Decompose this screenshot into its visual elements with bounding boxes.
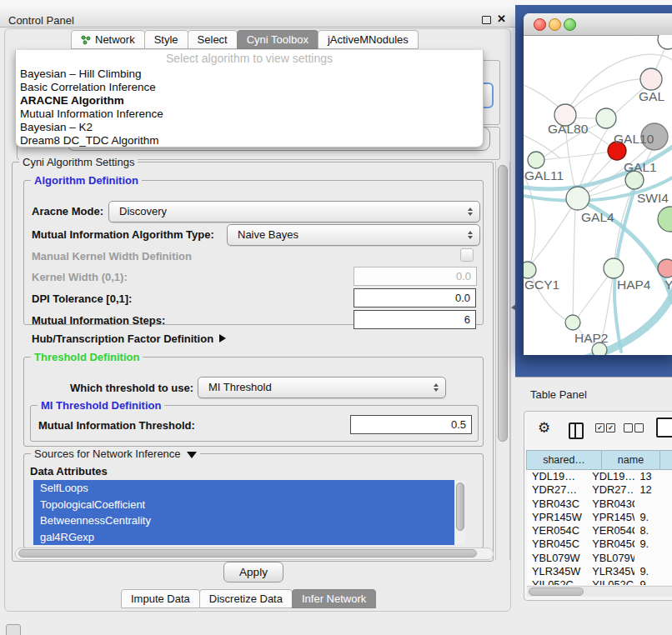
node-pink-right[interactable] bbox=[658, 259, 672, 278]
which-threshold-combo[interactable]: MI Threshold bbox=[198, 377, 446, 398]
attribute-item[interactable]: BetweennessCentrality bbox=[33, 512, 454, 529]
unchecked-checkbox-icon[interactable] bbox=[634, 423, 644, 432]
dropdown-item-list: Bayesian – Hill ClimbingBasic Correlatio… bbox=[16, 68, 483, 147]
table-cell: YBL079W bbox=[587, 552, 634, 565]
checked-checkbox-icon[interactable]: ✓ bbox=[595, 423, 604, 432]
mi-steps-field[interactable]: 6 bbox=[354, 310, 476, 329]
dropdown-item[interactable]: Bayesian – Hill Climbing bbox=[16, 68, 483, 81]
node-GAL10[interactable] bbox=[596, 108, 616, 128]
table-row[interactable]: YER054CYER054C8. bbox=[527, 524, 672, 538]
node-label: GAL4 bbox=[581, 210, 614, 224]
column-header[interactable]: shared… bbox=[526, 450, 602, 470]
column-header[interactable]: A bbox=[659, 450, 672, 470]
node-HAP4[interactable] bbox=[604, 258, 624, 278]
network-edge-thick bbox=[574, 288, 672, 355]
sources-legend[interactable]: Sources for Network Inference bbox=[31, 448, 200, 460]
node-gal-pink[interactable] bbox=[640, 68, 662, 90]
table-row[interactable]: YPR145WYPR145W9. bbox=[527, 511, 672, 524]
dropdown-item[interactable]: Dream8 DC_TDC Algorithm bbox=[16, 134, 483, 148]
tab-cyni-toolbox[interactable]: Cyni Toolbox bbox=[237, 30, 318, 49]
table-cell: YER054C bbox=[587, 524, 634, 538]
mi-type-label: Mutual Information Algorithm Type: bbox=[32, 228, 214, 241]
mi-threshold-label: Mutual Information Threshold: bbox=[38, 419, 195, 432]
table-row[interactable]: YBR045CYBR045C9. bbox=[527, 538, 672, 551]
table-row[interactable]: YDR27…YDR27…12 bbox=[527, 483, 672, 497]
table-row[interactable]: YDL19…YDL19…13 bbox=[527, 470, 672, 483]
close-icon[interactable]: ✕ bbox=[497, 12, 506, 25]
settings-horizontal-scrollbar[interactable] bbox=[15, 548, 494, 560]
apply-button[interactable]: Apply bbox=[223, 562, 283, 582]
table-row[interactable]: YLR345WYLR345W9. bbox=[527, 565, 672, 578]
horizontal-scrollbar-thumb[interactable] bbox=[18, 549, 477, 558]
dropdown-item[interactable]: Bayesian – K2 bbox=[16, 121, 483, 134]
zoom-traffic-light[interactable] bbox=[564, 18, 576, 31]
table-panel-region: Table Panel ⚙ ✓ ✓ shared…nameA YDL19…YDL… bbox=[515, 377, 672, 635]
tab-infer-network[interactable]: Infer Network bbox=[292, 589, 376, 608]
columns-icon[interactable] bbox=[569, 422, 584, 439]
mi-type-combo[interactable]: Naive Bayes bbox=[227, 224, 480, 246]
table-horizontal-scrollbar[interactable] bbox=[527, 586, 672, 597]
manual-kernel-checkbox[interactable] bbox=[460, 248, 474, 262]
dpi-tolerance-label: DPI Tolerance [0,1]: bbox=[32, 292, 132, 305]
manual-kernel-label: Manual Kernel Width Definition bbox=[32, 250, 192, 262]
collapsed-panel-icon[interactable] bbox=[6, 624, 21, 635]
attribute-item[interactable]: gal4RGexp bbox=[33, 529, 454, 546]
tab-label: Discretize Data bbox=[209, 592, 283, 605]
hub-definition-expander[interactable]: Hub/Transcription Factor Definition bbox=[32, 332, 226, 345]
dropdown-item[interactable]: Basic Correlation Inference bbox=[16, 81, 483, 94]
node-label: HAP2 bbox=[574, 331, 609, 345]
mi-threshold-field[interactable]: 0.5 bbox=[350, 415, 472, 434]
mi-type-value: Naive Bayes bbox=[238, 228, 298, 241]
table-row[interactable]: YBL079WYBL079W bbox=[527, 552, 672, 565]
gear-icon[interactable]: ⚙ bbox=[538, 419, 550, 437]
attribute-item[interactable]: SelfLoops bbox=[33, 480, 454, 497]
tab-select[interactable]: Select bbox=[188, 30, 238, 49]
settings-scrollbar-thumb[interactable] bbox=[498, 165, 508, 442]
control-panel-titlebar: Control Panel ✕ bbox=[0, 5, 515, 28]
close-traffic-light[interactable] bbox=[534, 18, 546, 31]
node-GAL11[interactable] bbox=[528, 152, 544, 168]
tab-network[interactable]: Network bbox=[71, 30, 145, 49]
dpi-tolerance-field[interactable]: 0.0 bbox=[354, 288, 476, 308]
dropdown-item[interactable]: ARACNE Algorithm bbox=[16, 94, 483, 108]
table-row[interactable]: YIL052CYIL052C9 bbox=[527, 578, 672, 585]
tab-style[interactable]: Style bbox=[144, 30, 188, 49]
table-cell: YDL19… bbox=[527, 470, 587, 483]
attribute-item[interactable]: TopologicalCoefficient bbox=[33, 497, 454, 513]
network-edge bbox=[573, 208, 575, 318]
tab-jactivemnodules[interactable]: jActiveMNodules bbox=[318, 30, 419, 49]
node-GCY1[interactable] bbox=[524, 262, 536, 278]
float-window-icon[interactable] bbox=[482, 16, 491, 24]
checked-checkbox-icon[interactable]: ✓ bbox=[606, 423, 615, 432]
table-cell: 12 bbox=[634, 483, 672, 497]
table-cell: 9. bbox=[634, 565, 672, 578]
node-green-large[interactable] bbox=[658, 207, 672, 232]
table-scrollbar-thumb[interactable] bbox=[529, 588, 584, 596]
network-window-titlebar[interactable] bbox=[524, 13, 672, 36]
node-HAP2[interactable] bbox=[565, 315, 580, 330]
network-graph-canvas[interactable]: GALGAL80GAL10GAL1GAL11SWI4GAL4GCY1HAP4YH… bbox=[524, 35, 672, 355]
tab-discretize-data[interactable]: Discretize Data bbox=[199, 589, 293, 608]
attributes-scrollbar-thumb[interactable] bbox=[456, 482, 464, 531]
dropdown-item[interactable]: Mutual Information Inference bbox=[16, 108, 483, 121]
unchecked-checkbox-icon[interactable] bbox=[624, 423, 633, 432]
table-cell: 13 bbox=[634, 470, 672, 483]
tab-label: Cyni Toolbox bbox=[247, 33, 308, 46]
node[interactable] bbox=[658, 35, 672, 49]
minimize-traffic-light[interactable] bbox=[549, 18, 561, 31]
attributes-list-scrollbar[interactable] bbox=[455, 481, 465, 544]
kernel-width-label: Kernel Width (0,1): bbox=[32, 271, 128, 283]
document-icon[interactable] bbox=[656, 418, 672, 438]
settings-vertical-scrollbar[interactable] bbox=[495, 162, 510, 560]
tab-impute-data[interactable]: Impute Data bbox=[121, 589, 200, 608]
column-header[interactable]: name bbox=[601, 450, 660, 470]
node-label: GCY1 bbox=[524, 278, 559, 292]
table-row[interactable]: YBR043CYBR043C bbox=[527, 498, 672, 511]
table-cell: YLR345W bbox=[527, 565, 587, 578]
kernel-width-field[interactable]: 0.0 bbox=[354, 267, 477, 286]
table-cell: YBR045C bbox=[587, 538, 634, 551]
table-header-row: shared…nameA bbox=[527, 450, 672, 470]
table-cell: YDR27… bbox=[587, 483, 634, 497]
node-GAL4[interactable] bbox=[566, 187, 589, 210]
aracne-mode-combo[interactable]: Discovery bbox=[108, 201, 480, 222]
